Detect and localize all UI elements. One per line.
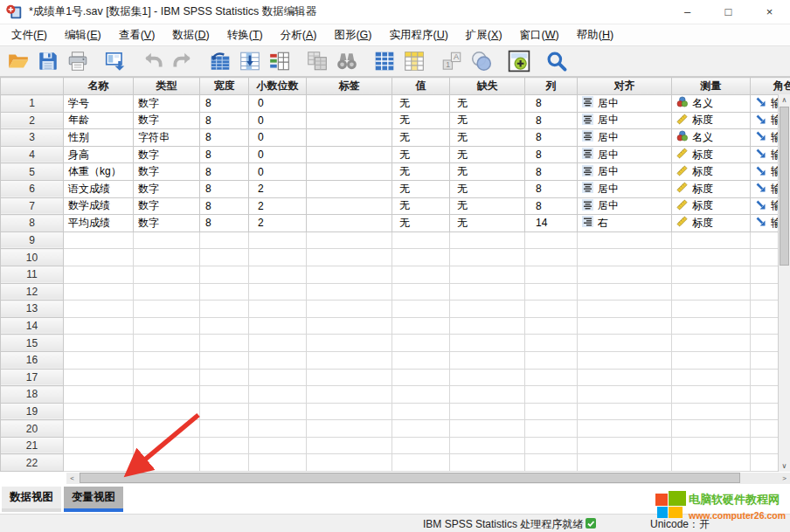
find-button[interactable] — [332, 47, 362, 75]
empty-cell[interactable] — [307, 249, 392, 266]
empty-cell[interactable] — [392, 420, 450, 438]
cell-decimals[interactable]: 0 — [249, 129, 307, 147]
use-variable-sets-button[interactable] — [467, 47, 496, 75]
empty-cell[interactable] — [525, 420, 578, 438]
empty-cell[interactable] — [672, 403, 751, 420]
cell-align[interactable]: 居中 — [578, 112, 672, 129]
row-number-cell[interactable]: 20 — [1, 420, 64, 438]
cell-decimals[interactable]: 0 — [249, 95, 307, 113]
split-file-button[interactable] — [302, 47, 332, 75]
empty-cell[interactable] — [249, 454, 307, 472]
empty-cell[interactable] — [578, 283, 672, 301]
cell-values[interactable]: 无 — [392, 95, 450, 113]
empty-cell[interactable] — [249, 231, 307, 249]
empty-cell[interactable] — [578, 231, 672, 249]
row-number-cell[interactable]: 18 — [1, 386, 64, 404]
empty-cell[interactable] — [249, 351, 307, 369]
empty-cell[interactable] — [64, 335, 134, 352]
empty-cell[interactable] — [392, 231, 450, 249]
menu-transform[interactable]: 转换(T) — [218, 25, 272, 45]
empty-cell[interactable] — [134, 351, 200, 369]
cell-name[interactable]: 体重（kg） — [64, 163, 134, 181]
empty-cell[interactable] — [64, 351, 134, 369]
recall-dialogs-button[interactable] — [100, 47, 130, 75]
empty-cell[interactable] — [200, 420, 249, 438]
empty-cell[interactable] — [578, 301, 672, 318]
empty-cell[interactable] — [64, 454, 134, 472]
cell-columns[interactable]: 8 — [525, 180, 578, 197]
cell-values[interactable]: 无 — [392, 197, 450, 215]
cell-name[interactable]: 学号 — [64, 95, 134, 113]
variables-button[interactable] — [265, 47, 295, 75]
cell-name[interactable]: 身高 — [64, 146, 134, 163]
cell-type[interactable]: 字符串 — [134, 129, 200, 147]
row-number-cell[interactable]: 4 — [1, 146, 64, 163]
goto-case-button[interactable] — [205, 47, 235, 75]
menu-data[interactable]: 数据(D) — [163, 25, 218, 45]
cell-align[interactable]: 居中 — [578, 129, 672, 147]
empty-cell[interactable] — [392, 437, 450, 454]
menu-window[interactable]: 窗口(W) — [511, 25, 568, 45]
empty-cell[interactable] — [672, 386, 751, 404]
empty-cell[interactable] — [307, 420, 392, 438]
empty-cell[interactable] — [578, 266, 672, 283]
empty-cell[interactable] — [249, 249, 307, 266]
empty-cell[interactable] — [578, 369, 672, 386]
empty-cell[interactable] — [450, 335, 525, 352]
empty-cell[interactable] — [672, 283, 751, 301]
cell-name[interactable]: 性别 — [64, 129, 134, 147]
row-number-cell[interactable]: 7 — [1, 197, 64, 215]
empty-cell[interactable] — [200, 403, 249, 420]
cell-missing[interactable]: 无 — [450, 163, 525, 181]
empty-cell[interactable] — [672, 335, 751, 352]
row-number-cell[interactable]: 6 — [1, 180, 64, 197]
empty-cell[interactable] — [578, 403, 672, 420]
cell-width[interactable]: 8 — [200, 146, 249, 163]
empty-cell[interactable] — [672, 231, 751, 249]
empty-cell[interactable] — [200, 317, 249, 335]
empty-cell[interactable] — [249, 317, 307, 335]
empty-cell[interactable] — [450, 386, 525, 404]
goto-variable-button[interactable] — [235, 47, 265, 75]
tab-data-view[interactable]: 数据视图 — [2, 487, 61, 512]
cell-columns[interactable]: 8 — [525, 129, 578, 147]
cell-measure[interactable]: 名义 — [672, 95, 751, 113]
cell-align[interactable]: 居中 — [578, 180, 672, 197]
empty-cell[interactable] — [672, 420, 751, 438]
empty-cell[interactable] — [672, 369, 751, 386]
empty-cell[interactable] — [525, 283, 578, 301]
empty-cell[interactable] — [578, 454, 672, 472]
cell-measure[interactable]: 标度 — [672, 215, 751, 232]
cell-label[interactable] — [307, 95, 392, 113]
cell-columns[interactable]: 8 — [525, 146, 578, 163]
empty-cell[interactable] — [578, 335, 672, 352]
cell-name[interactable]: 语文成绩 — [64, 180, 134, 197]
empty-cell[interactable] — [450, 351, 525, 369]
empty-cell[interactable] — [525, 351, 578, 369]
empty-cell[interactable] — [249, 283, 307, 301]
cell-width[interactable]: 8 — [200, 163, 249, 181]
empty-cell[interactable] — [450, 403, 525, 420]
empty-cell[interactable] — [134, 317, 200, 335]
empty-cell[interactable] — [307, 266, 392, 283]
tab-variable-view[interactable]: 变量视图 — [64, 487, 123, 512]
empty-cell[interactable] — [450, 420, 525, 438]
row-number-cell[interactable]: 8 — [1, 215, 64, 232]
empty-cell[interactable] — [672, 351, 751, 369]
cell-label[interactable] — [307, 146, 392, 163]
empty-cell[interactable] — [307, 335, 392, 352]
cell-decimals[interactable]: 0 — [249, 146, 307, 163]
scroll-right-icon[interactable]: > — [779, 473, 790, 484]
empty-cell[interactable] — [200, 437, 249, 454]
row-number-cell[interactable]: 17 — [1, 369, 64, 386]
empty-cell[interactable] — [249, 335, 307, 352]
cell-columns[interactable]: 8 — [525, 197, 578, 215]
empty-cell[interactable] — [64, 369, 134, 386]
empty-cell[interactable] — [200, 249, 249, 266]
cell-decimals[interactable]: 2 — [249, 180, 307, 197]
empty-cell[interactable] — [392, 369, 450, 386]
empty-cell[interactable] — [307, 437, 392, 454]
cell-align[interactable]: 居中 — [578, 163, 672, 181]
cell-width[interactable]: 8 — [200, 129, 249, 147]
scroll-up-icon[interactable]: ∧ — [779, 94, 790, 106]
